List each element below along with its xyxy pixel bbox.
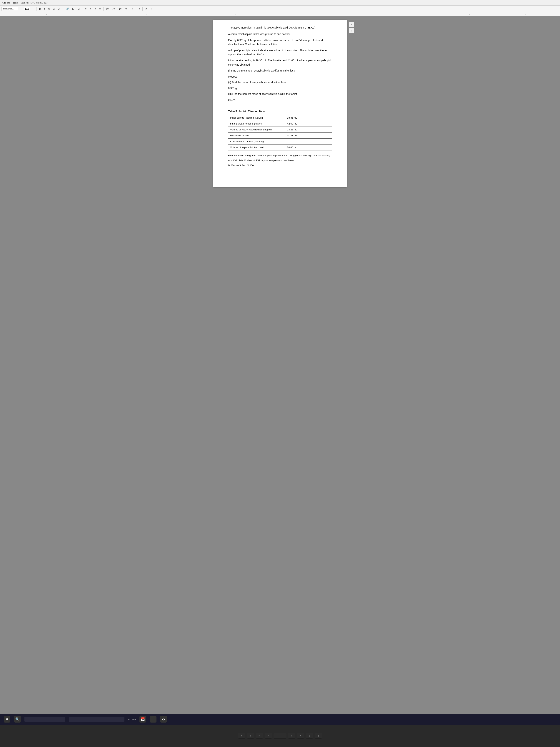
taskbar-launchpad-icon[interactable]: ⌘ — [4, 716, 10, 723]
taskbar-calendar-icon[interactable]: 📅 — [139, 716, 146, 723]
table-cell-label-3: Molarity of NaOH — [228, 132, 285, 138]
table-cell-label-2: Volume of NaOH Required for Endpoint — [228, 127, 285, 132]
underline-button[interactable]: U — [47, 7, 51, 11]
align-center-button[interactable]: ≡ — [88, 7, 92, 11]
table-cell-value-3: 0.2832 M — [285, 132, 332, 138]
key-asterisk[interactable]: * — [297, 733, 304, 739]
font-name-selector[interactable]: Trebuchet ... — [1, 7, 18, 11]
ruler-mark-7: 7 — [525, 14, 526, 16]
table-row: Volume of NaOH Required for Endpoint14.2… — [228, 127, 332, 132]
align-right-button[interactable]: ≡ — [93, 7, 97, 11]
paragraph-1: The active ingredient in aspirin is acet… — [228, 26, 332, 30]
footer-text-3: % Mass of ASA = X 100 — [228, 163, 332, 168]
link-button[interactable]: 🔗 — [64, 7, 70, 11]
titration-table: Initial Burette Reading (NaOH)28.35 mLFi… — [228, 115, 332, 150]
paragraph-5: Initial burette reading is 28.35 mL. The… — [228, 58, 332, 67]
ruler-mark-3: 3 — [235, 14, 236, 16]
table-row: Final Burette Reading (NaOH)42.60 mL — [228, 121, 332, 127]
taskbar-user-label: Hi David — [128, 718, 136, 720]
paragraph-2: A commercial aspirin tablet was ground t… — [228, 32, 332, 36]
side-plus-button[interactable]: + — [349, 22, 354, 27]
taskbar: ⌘ 🔍 Hi David 📅 ‹ ⚙ — [0, 714, 560, 725]
menu-help[interactable]: Help — [13, 1, 18, 4]
toolbar: Trebuchet ... − + B I U A 🖌 🔗 ⊞ ⊡ ≡ ≡ ≡ … — [0, 5, 560, 12]
menu-addons[interactable]: Add-ons — [2, 1, 10, 4]
table-cell-value-0: 28.35 mL — [285, 115, 332, 121]
key-caret[interactable]: ^ — [265, 733, 272, 739]
font-size-decrease[interactable]: − — [19, 7, 23, 11]
taskbar-back-icon[interactable]: ‹ — [150, 716, 157, 723]
menu-bar: Add-ons Help Last edit was 3 minutes ago — [0, 0, 560, 5]
ruler: 1 2 3 4 5 6 7 — [0, 12, 560, 16]
table-cell-value-2: 14.25 mL — [285, 127, 332, 132]
paint-format-button[interactable]: 🖌 — [57, 7, 62, 11]
table-cell-value-4 — [285, 138, 332, 144]
ruler-mark-5: 5 — [403, 14, 403, 16]
key-open-paren[interactable]: ( — [306, 733, 313, 739]
table-row: Concentration of ASA (Molarity) — [228, 138, 332, 144]
key-space[interactable] — [273, 733, 287, 739]
separator-2 — [63, 7, 63, 11]
table-title: Table 5: Aspirin Titration Data — [228, 110, 332, 113]
taskbar-settings-icon[interactable]: ⚙ — [160, 716, 167, 723]
font-size-increase[interactable]: + — [31, 7, 35, 11]
footer-text-2: And Calculate % Mass of ASA in your samp… — [228, 159, 332, 162]
side-expand-button[interactable]: ⤢ — [349, 28, 354, 33]
paragraph-4: A drop of phenolphthalein indicator was … — [228, 48, 332, 57]
plus-icon: + — [351, 23, 352, 26]
taskbar-center-input[interactable] — [69, 717, 125, 722]
expand-icon: ⤢ — [350, 29, 353, 32]
insert-drawing-button[interactable]: ⊡ — [76, 7, 81, 11]
keyboard: # $ % ^ & * ( ) — [0, 725, 560, 747]
key-dollar[interactable]: $ — [247, 733, 254, 739]
footer-text-1: Find the moles and grams of ASA in your … — [228, 154, 332, 158]
taskbar-search-icon[interactable]: 🔍 — [14, 716, 21, 723]
question-1: (i) Find the molarity of acetyl salicyli… — [228, 69, 332, 73]
line-spacing-button[interactable]: ↕≡ — [105, 7, 110, 11]
bulleted-list-button[interactable]: •≡ — [124, 7, 128, 11]
answer-1: 0.02003 — [228, 75, 332, 79]
align-justify-button[interactable]: ≡ — [98, 7, 102, 11]
table-cell-label-0: Initial Burette Reading (NaOH) — [228, 115, 285, 121]
ruler-mark-6: 6 — [470, 14, 470, 16]
paragraph-3: Exactly 0.361 g of this powdered tablet … — [228, 38, 332, 47]
key-close-paren[interactable]: ) — [315, 733, 322, 739]
undo-redo-button[interactable]: ◇ — [149, 7, 154, 11]
document-page[interactable]: + ⤢ The active ingredient in aspirin is … — [213, 20, 347, 187]
side-panel: + ⤢ — [349, 22, 354, 33]
font-color-button[interactable]: A — [52, 7, 56, 11]
document-area: + ⤢ The active ingredient in aspirin is … — [0, 16, 560, 714]
clear-format-button[interactable]: ✕ — [144, 7, 149, 11]
table-cell-label-4: Concentration of ASA (Molarity) — [228, 138, 285, 144]
table-cell-label-1: Final Burette Reading (NaOH) — [228, 121, 285, 127]
question-3: (iii) Find the percent mass of acetylsal… — [228, 92, 332, 96]
answer-3: 98.9% — [228, 98, 332, 102]
increase-indent-button[interactable]: ⇥ — [136, 7, 141, 11]
formula-text: C, H, O4 — [304, 26, 315, 29]
table-row: Initial Burette Reading (NaOH)28.35 mL — [228, 115, 332, 121]
align-left-button[interactable]: ≡ — [84, 7, 88, 11]
table-row: Molarity of NaOH0.2832 M — [228, 132, 332, 138]
ruler-mark-1: 1 — [46, 14, 47, 16]
separator-4 — [103, 7, 104, 11]
bold-button[interactable]: B — [38, 7, 42, 11]
separator-5 — [130, 7, 130, 11]
font-size-input[interactable] — [24, 7, 30, 11]
numbered-list-button[interactable]: 1≡ — [117, 7, 123, 11]
key-ampersand[interactable]: & — [288, 733, 295, 739]
ruler-mark-2: 2 — [146, 14, 147, 16]
question-2: (ii) Find the mass of acetylsalicylic ac… — [228, 80, 332, 84]
taskbar-search-input[interactable] — [24, 717, 65, 722]
ruler-mark-4: 4 — [325, 14, 325, 16]
decrease-indent-button[interactable]: ⇤ — [131, 7, 136, 11]
key-percent[interactable]: % — [256, 733, 263, 739]
italic-button[interactable]: I — [43, 7, 46, 11]
table-cell-label-5: Volume of Aspirin Solution used — [228, 144, 285, 150]
checklist-button[interactable]: ✓≡ — [111, 7, 117, 11]
table-row: Volume of Aspirin Solution used50.00 mL — [228, 144, 332, 150]
last-edit-status[interactable]: Last edit was 3 minutes ago — [21, 1, 48, 4]
table-cell-value-1: 42.60 mL — [285, 121, 332, 127]
answer-2: 0.361 g — [228, 86, 332, 90]
insert-image-button[interactable]: ⊞ — [71, 7, 76, 11]
key-hash[interactable]: # — [238, 733, 245, 739]
